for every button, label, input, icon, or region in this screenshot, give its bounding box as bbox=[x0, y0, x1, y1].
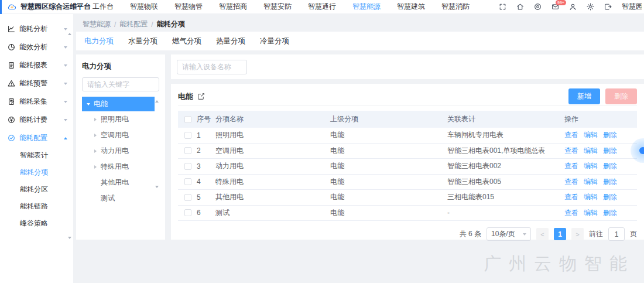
row-action-查看[interactable]: 查看 bbox=[564, 208, 578, 218]
row-action-查看[interactable]: 查看 bbox=[564, 146, 578, 156]
sidebar-item[interactable]: 能效分析 bbox=[0, 38, 73, 56]
row-action-删除[interactable]: 删除 bbox=[603, 177, 617, 187]
chevron-up-icon bbox=[64, 137, 67, 139]
nav-item[interactable]: 智慧通行 bbox=[308, 2, 336, 12]
row-action-编辑[interactable]: 编辑 bbox=[584, 130, 598, 140]
table-row: 3动力用电电能智能三相电表002查看编辑删除 bbox=[178, 159, 637, 175]
tab-item[interactable]: 燃气分项 bbox=[172, 36, 201, 46]
row-checkbox[interactable] bbox=[184, 147, 191, 154]
nav-item[interactable]: 智慧安防 bbox=[263, 2, 292, 12]
home-icon[interactable] bbox=[516, 3, 524, 11]
sidebar-item[interactable]: 能耗报表 bbox=[0, 56, 73, 74]
cell-index: 5 bbox=[193, 193, 212, 202]
gear-icon[interactable] bbox=[587, 3, 594, 11]
nav-item[interactable]: 智慧能源 bbox=[352, 2, 381, 12]
sidebar-scroll-up-icon[interactable] bbox=[68, 33, 71, 35]
select-all-checkbox[interactable] bbox=[184, 116, 191, 123]
device-search-input[interactable] bbox=[177, 60, 247, 74]
subentry-tree-panel: 电力分项 电能照明用电空调用电动力用电特殊用电其他用电测试 bbox=[76, 54, 165, 240]
breadcrumb-item[interactable]: 能耗配置 bbox=[119, 19, 148, 29]
cell-parent-subentry: 电能 bbox=[327, 208, 444, 218]
next-page-button[interactable]: > bbox=[571, 228, 584, 240]
tree-node[interactable]: 空调用电 bbox=[82, 127, 159, 143]
add-button[interactable]: 新增 bbox=[568, 88, 600, 104]
logout-icon[interactable] bbox=[604, 3, 612, 11]
sidebar-subitem[interactable]: 峰谷策略 bbox=[0, 215, 73, 232]
page-size-select[interactable]: 10条/页 bbox=[487, 227, 531, 241]
row-action-编辑[interactable]: 编辑 bbox=[584, 192, 598, 202]
nav-item[interactable]: 工作台 bbox=[93, 2, 114, 12]
table-row: 1照明用电电能车辆闸机专用电表查看编辑删除 bbox=[178, 128, 637, 144]
tab-item[interactable]: 热量分项 bbox=[216, 36, 245, 46]
tree-node[interactable]: 特殊用电 bbox=[82, 159, 159, 175]
sidebar-item[interactable]: 能耗预警 bbox=[0, 74, 73, 93]
table-header-cell: 序号 bbox=[193, 114, 212, 124]
row-action-删除[interactable]: 删除 bbox=[603, 130, 617, 140]
row-action-编辑[interactable]: 编辑 bbox=[584, 177, 598, 187]
row-action-查看[interactable]: 查看 bbox=[564, 177, 578, 187]
tree-node[interactable]: 测试 bbox=[82, 190, 159, 206]
edit-icon[interactable] bbox=[197, 93, 205, 100]
mail-icon[interactable]: 99+ bbox=[551, 3, 559, 11]
sidebar-item[interactable]: 能耗计费 bbox=[0, 111, 73, 129]
user-icon[interactable] bbox=[569, 3, 577, 11]
current-page-button[interactable]: 1 bbox=[554, 228, 566, 240]
fullscreen-icon[interactable] bbox=[499, 3, 506, 11]
row-action-查看[interactable]: 查看 bbox=[564, 161, 578, 171]
tree-keyword-input[interactable] bbox=[82, 77, 159, 91]
chevron-down-icon bbox=[64, 28, 67, 30]
tree-node-label: 动力用电 bbox=[101, 146, 129, 156]
nav-item[interactable]: 智慧物管 bbox=[174, 2, 203, 12]
caret-collapsed-icon bbox=[94, 118, 97, 121]
tree-scroll-down-icon[interactable] bbox=[155, 186, 159, 188]
tab-item[interactable]: 冷量分项 bbox=[260, 36, 289, 46]
tree-node[interactable]: 照明用电 bbox=[82, 111, 159, 127]
row-action-删除[interactable]: 删除 bbox=[603, 208, 617, 218]
tab-active[interactable]: 电力分项 bbox=[84, 36, 114, 46]
prev-page-button[interactable]: < bbox=[536, 228, 549, 240]
subentry-tree: 电能照明用电空调用电动力用电特殊用电其他用电测试 bbox=[82, 97, 159, 206]
nav-item[interactable]: 智慧建筑 bbox=[397, 2, 425, 12]
nav-item[interactable]: 智慧招商 bbox=[219, 2, 247, 12]
breadcrumb-item[interactable]: 智慧能源 bbox=[83, 19, 111, 29]
sidebar-subitem[interactable]: 智能表计 bbox=[0, 147, 73, 164]
nav-item[interactable]: 智慧物联 bbox=[130, 2, 158, 12]
sidebar-item[interactable]: 能耗采集 bbox=[0, 93, 73, 111]
row-action-编辑[interactable]: 编辑 bbox=[584, 161, 598, 171]
row-action-删除[interactable]: 删除 bbox=[603, 161, 617, 171]
row-action-删除[interactable]: 删除 bbox=[603, 192, 617, 202]
tree-node[interactable]: 其他用电 bbox=[82, 175, 159, 190]
left-accent-bar bbox=[0, 0, 2, 14]
row-checkbox[interactable] bbox=[184, 209, 191, 216]
sidebar-subitem[interactable]: 能耗分项 bbox=[0, 164, 73, 181]
nav-item[interactable]: 智慧消防 bbox=[441, 2, 470, 12]
delete-button[interactable]: 删除 bbox=[605, 88, 637, 104]
row-checkbox[interactable] bbox=[184, 163, 191, 170]
sidebar-subitem[interactable]: 能耗链路 bbox=[0, 198, 73, 215]
caret-collapsed-icon bbox=[94, 165, 97, 169]
row-action-删除[interactable]: 删除 bbox=[603, 146, 617, 156]
table-header-row: 序号分项名称上级分项关联表计操作 bbox=[178, 111, 637, 128]
sidebar-item[interactable]: 能耗配置 bbox=[0, 129, 73, 147]
row-checkbox[interactable] bbox=[184, 132, 191, 139]
cell-index: 2 bbox=[193, 146, 212, 155]
row-action-查看[interactable]: 查看 bbox=[564, 192, 578, 202]
tenant-name[interactable]: 智慧园区 bbox=[622, 2, 642, 12]
goto-label: 前往 bbox=[589, 229, 603, 239]
sidebar-subitem[interactable]: 能耗分区 bbox=[0, 181, 73, 198]
row-action-编辑[interactable]: 编辑 bbox=[584, 146, 598, 156]
tree-node[interactable]: 动力用电 bbox=[82, 143, 159, 159]
sidebar-item[interactable]: 能耗分析 bbox=[0, 20, 73, 38]
service-icon[interactable] bbox=[534, 3, 542, 11]
tree-scroll-up-icon[interactable] bbox=[155, 100, 159, 103]
row-checkbox-cell bbox=[178, 163, 193, 170]
row-action-编辑[interactable]: 编辑 bbox=[584, 208, 598, 218]
goto-page-input[interactable] bbox=[608, 227, 625, 241]
sidebar-item-label: 能耗预警 bbox=[19, 79, 60, 88]
sidebar-scroll-down-icon[interactable] bbox=[68, 237, 71, 239]
row-action-查看[interactable]: 查看 bbox=[564, 130, 578, 140]
row-checkbox[interactable] bbox=[184, 194, 191, 201]
tab-item[interactable]: 水量分项 bbox=[128, 36, 157, 46]
row-checkbox[interactable] bbox=[184, 178, 191, 185]
tree-node-root[interactable]: 电能 bbox=[82, 97, 155, 111]
